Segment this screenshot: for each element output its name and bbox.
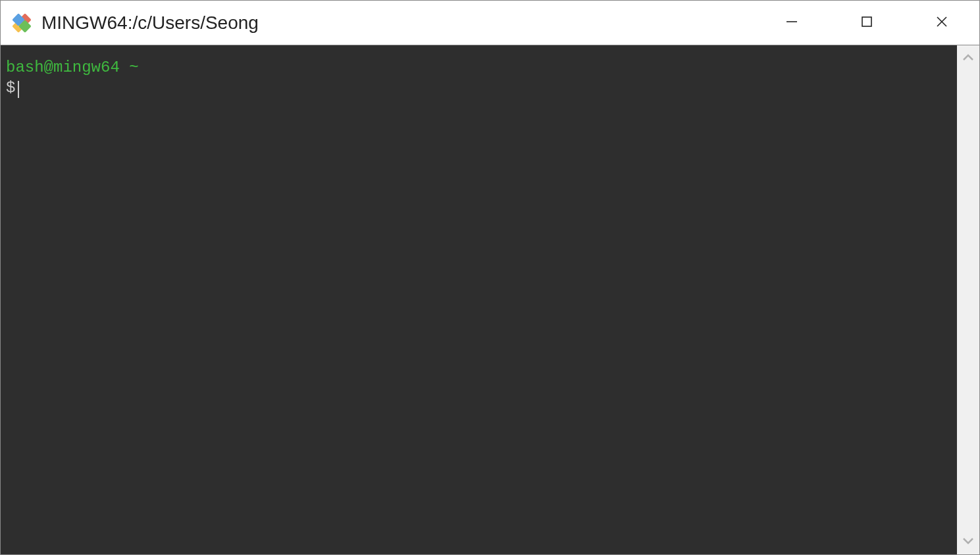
scrollbar[interactable] [957, 45, 979, 554]
window-controls [754, 1, 979, 45]
minimize-button[interactable] [754, 1, 829, 45]
scroll-down-button[interactable] [957, 532, 979, 550]
window: MINGW64:/c/Users/Seong [0, 0, 980, 555]
prompt-user-host: bash@mingw64 [6, 59, 120, 76]
svg-rect-5 [862, 17, 871, 26]
prompt-path: ~ [129, 59, 138, 76]
app-icon [11, 12, 32, 34]
terminal[interactable]: bash@mingw64 ~ $ [1, 45, 957, 554]
scroll-up-button[interactable] [957, 49, 979, 68]
close-icon [935, 15, 948, 30]
prompt-line: bash@mingw64 ~ [6, 57, 952, 78]
maximize-button[interactable] [829, 1, 904, 45]
maximize-icon [860, 15, 873, 30]
titlebar[interactable]: MINGW64:/c/Users/Seong [1, 1, 979, 45]
prompt-dollar: $ [6, 79, 15, 97]
close-button[interactable] [904, 1, 979, 45]
chevron-down-icon [962, 535, 974, 547]
cursor [18, 81, 19, 98]
command-line[interactable]: $ [6, 78, 952, 98]
terminal-area: bash@mingw64 ~ $ [1, 45, 979, 554]
window-title: MINGW64:/c/Users/Seong [41, 12, 754, 34]
chevron-up-icon [962, 53, 974, 64]
minimize-icon [785, 15, 798, 30]
